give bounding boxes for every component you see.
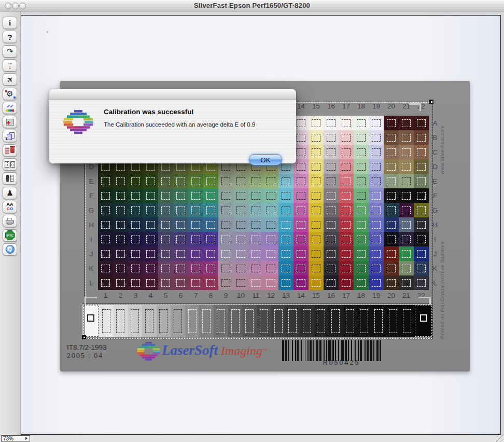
dialog-message: The Calibration succeeded with an averag… xyxy=(104,121,255,128)
info-button[interactable]: i xyxy=(3,17,17,29)
fiducial-corner-icon xyxy=(409,103,421,111)
ok-button[interactable]: OK xyxy=(249,154,282,165)
iptc-button[interactable]: IPTC xyxy=(3,229,17,242)
move-arrows-button[interactable]: →↓ xyxy=(3,59,17,72)
silverfast-logo-icon xyxy=(63,110,93,139)
selection-corner-handle[interactable] xyxy=(82,335,86,339)
selection-corner-handle[interactable] xyxy=(429,100,433,104)
window-titlebar[interactable]: SilverFast Epson Perf1650/GT-8200 xyxy=(0,0,504,11)
trademark-symbol: ™ xyxy=(262,348,267,353)
dialog-body: Calibration was successful The Calibrati… xyxy=(49,101,296,163)
color-pixel-icon xyxy=(13,96,16,99)
color-pixel-icon xyxy=(5,90,7,92)
stamp-tool-button[interactable]: ♟ xyxy=(3,187,17,199)
lasersoft-logo-icon xyxy=(137,342,160,365)
help-button[interactable]: ? xyxy=(3,31,17,43)
densitometer-button[interactable] xyxy=(3,172,17,185)
dialog-title: Calibration was successful xyxy=(104,108,193,116)
add-frame-button[interactable]: ✚ xyxy=(3,116,17,128)
lasersoft-brand: LaserSoftImaging™ xyxy=(162,342,267,358)
calibration-dialog: Calibration was successful The Calibrati… xyxy=(49,89,296,163)
fiducial-corner-icon xyxy=(418,297,431,305)
expert-settings-button[interactable]: ⚙ xyxy=(3,88,17,100)
zoom-level-value: 73% xyxy=(3,436,25,441)
rotate-button[interactable]: ↷ xyxy=(3,45,17,58)
brand-primary: LaserSoft xyxy=(162,342,218,358)
print-button[interactable] xyxy=(3,215,17,227)
paper-type-text: Printed on Fuji Crystal Archive Supreme xyxy=(439,222,445,339)
dialog-titlebar[interactable] xyxy=(49,89,296,100)
status-bar: 73% xyxy=(0,435,504,442)
auto-adjust-button[interactable]: ✔✔ xyxy=(3,102,17,114)
batch-date-label: 2005 : 04 xyxy=(67,352,103,360)
silverfast-url-text: www.SilverFast.com xyxy=(439,104,445,174)
toolbar: i?↷→↓✈⚙✔✔✚1♟AACOIPTCQ xyxy=(0,11,21,435)
zoom-level-control[interactable]: 73% xyxy=(1,435,30,441)
preview-canvas[interactable]: 12345678910111213141516171819202122 1234… xyxy=(21,15,501,435)
dust-speck xyxy=(47,31,48,33)
it8-standard-label: IT8.7/2-1993 xyxy=(67,343,107,351)
text-ocr-button[interactable]: AACO xyxy=(3,201,17,213)
frame-number-button[interactable]: 1 xyxy=(3,130,17,142)
window-title: SilverFast Epson Perf1650/GT-8200 xyxy=(0,2,504,9)
quicktime-button[interactable]: Q xyxy=(3,243,17,256)
barcode xyxy=(282,340,416,361)
brand-secondary: Imaging xyxy=(221,344,262,357)
delete-frame-button[interactable] xyxy=(3,144,17,157)
barcode-number: R050425 xyxy=(296,359,387,366)
descreen-button[interactable] xyxy=(3,158,17,171)
popup-arrow-icon xyxy=(25,437,27,440)
scan-pilot-button[interactable]: ✈ xyxy=(3,73,17,86)
fiducial-corner-icon xyxy=(85,297,97,305)
resize-grip[interactable] xyxy=(496,435,503,442)
